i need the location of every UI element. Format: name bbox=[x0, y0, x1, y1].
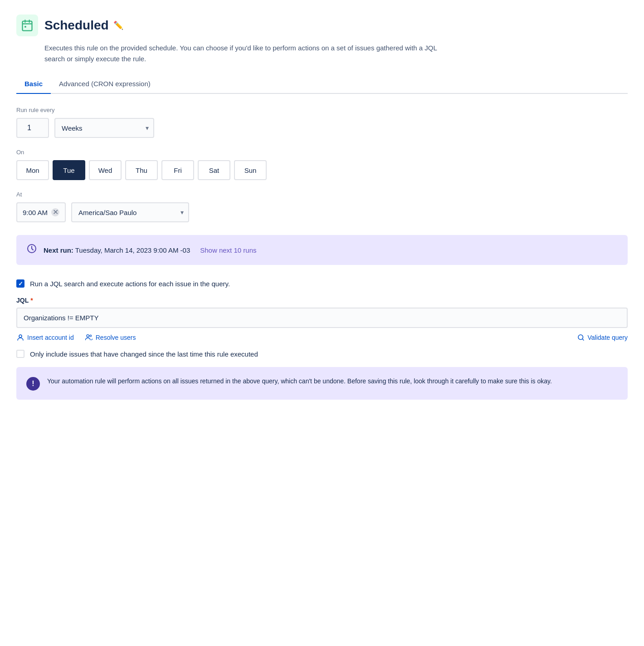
validate-query-link[interactable]: Validate query bbox=[577, 333, 628, 342]
day-btn-wed[interactable]: Wed bbox=[89, 160, 122, 180]
day-btn-fri[interactable]: Fri bbox=[161, 160, 194, 180]
day-btn-mon[interactable]: Mon bbox=[16, 160, 49, 180]
jql-checkbox-label: Run a JQL search and execute actions for… bbox=[30, 280, 230, 288]
users-icon bbox=[85, 333, 93, 342]
warning-box: ! Your automation rule will perform acti… bbox=[16, 367, 628, 400]
day-btn-tue[interactable]: Tue bbox=[53, 160, 85, 180]
interval-unit-select[interactable]: Minutes Hours Days Weeks Months bbox=[54, 118, 154, 138]
edit-icon[interactable]: ✏️ bbox=[113, 20, 123, 30]
time-value: 9:00 AM bbox=[23, 209, 48, 216]
at-label: At bbox=[16, 191, 628, 198]
day-btn-thu[interactable]: Thu bbox=[125, 160, 158, 180]
day-btn-sun[interactable]: Sun bbox=[234, 160, 267, 180]
clock-icon bbox=[26, 243, 37, 257]
title-row: Scheduled ✏️ bbox=[44, 18, 123, 33]
search-icon bbox=[577, 333, 585, 342]
day-buttons: Mon Tue Wed Thu Fri Sat Sun bbox=[16, 160, 628, 180]
run-rule-section: Run rule every Minutes Hours Days Weeks … bbox=[16, 107, 628, 138]
time-clear-button[interactable]: ✕ bbox=[51, 208, 59, 216]
interval-unit-wrapper: Minutes Hours Days Weeks Months bbox=[54, 118, 154, 138]
next-run-datetime: Tuesday, March 14, 2023 9:00 AM -03 bbox=[75, 246, 190, 254]
page-header: Scheduled ✏️ bbox=[16, 15, 628, 36]
jql-section: JQL * Insert account id Res bbox=[16, 297, 628, 358]
tab-basic[interactable]: Basic bbox=[16, 75, 51, 94]
jql-checkbox[interactable] bbox=[16, 279, 24, 288]
tab-advanced[interactable]: Advanced (CRON expression) bbox=[51, 75, 159, 94]
timezone-select[interactable]: America/Sao Paulo America/New_York UTC E… bbox=[71, 202, 189, 222]
only-changed-checkbox[interactable] bbox=[16, 350, 24, 358]
time-row: 9:00 AM ✕ America/Sao Paulo America/New_… bbox=[16, 202, 628, 222]
show-next-runs-link[interactable]: Show next 10 runs bbox=[200, 246, 256, 254]
only-changed-label: Only include issues that have changed si… bbox=[30, 350, 258, 358]
account-icon bbox=[16, 333, 24, 342]
only-changed-row: Only include issues that have changed si… bbox=[16, 350, 628, 358]
svg-point-5 bbox=[90, 335, 92, 337]
day-btn-sat[interactable]: Sat bbox=[198, 160, 230, 180]
next-run-box: Next run: Tuesday, March 14, 2023 9:00 A… bbox=[16, 235, 628, 265]
jql-input[interactable] bbox=[16, 308, 628, 328]
warning-text: Your automation rule will perform action… bbox=[47, 376, 552, 386]
warning-icon: ! bbox=[26, 377, 40, 391]
jql-actions: Insert account id Resolve users Valida bbox=[16, 333, 628, 342]
required-star: * bbox=[30, 297, 33, 304]
at-section: At 9:00 AM ✕ America/Sao Paulo America/N… bbox=[16, 191, 628, 222]
svg-rect-1 bbox=[24, 26, 26, 27]
run-rule-label: Run rule every bbox=[16, 107, 628, 113]
svg-rect-0 bbox=[23, 21, 32, 31]
calendar-icon bbox=[16, 15, 38, 36]
interval-value-input[interactable] bbox=[16, 118, 49, 138]
page-description: Executes this rule on the provided sched… bbox=[44, 43, 453, 64]
next-run-label: Next run: bbox=[44, 246, 73, 254]
timezone-wrapper: America/Sao Paulo America/New_York UTC E… bbox=[71, 202, 189, 222]
resolve-users-link[interactable]: Resolve users bbox=[85, 333, 136, 342]
run-rule-row: Minutes Hours Days Weeks Months bbox=[16, 118, 628, 138]
jql-checkbox-row: Run a JQL search and execute actions for… bbox=[16, 279, 628, 288]
tab-bar: Basic Advanced (CRON expression) bbox=[16, 75, 628, 94]
insert-account-id-link[interactable]: Insert account id bbox=[16, 333, 74, 342]
svg-point-6 bbox=[578, 335, 583, 340]
on-label: On bbox=[16, 149, 628, 156]
svg-point-3 bbox=[19, 335, 22, 338]
on-section: On Mon Tue Wed Thu Fri Sat Sun bbox=[16, 149, 628, 180]
next-run-text: Next run: Tuesday, March 14, 2023 9:00 A… bbox=[44, 246, 190, 254]
svg-point-4 bbox=[87, 335, 89, 337]
time-input-wrap: 9:00 AM ✕ bbox=[16, 202, 66, 222]
jql-label: JQL * bbox=[16, 297, 628, 304]
page-title: Scheduled bbox=[44, 18, 109, 33]
